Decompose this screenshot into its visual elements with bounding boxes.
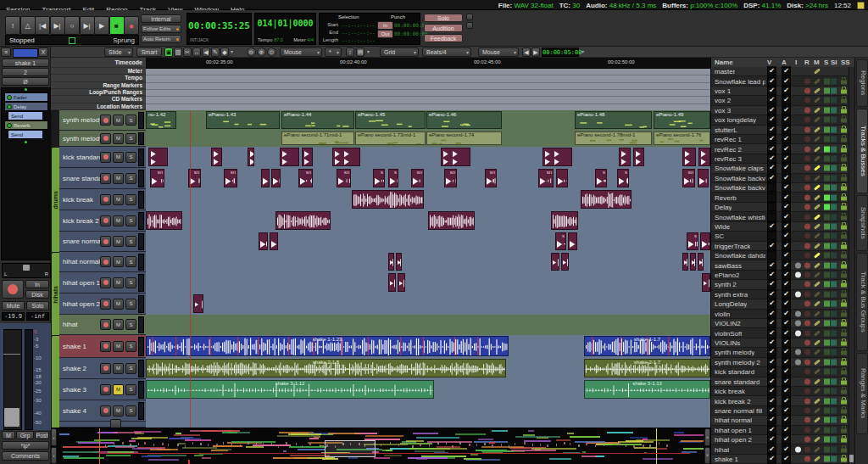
- solo-indicator[interactable]: [824, 349, 830, 355]
- solo-indicator[interactable]: [824, 88, 830, 94]
- solo-safe-lock-icon[interactable]: [841, 303, 847, 307]
- region-no-1.42[interactable]: no-1.42: [146, 111, 176, 129]
- solo-isolate-indicator[interactable]: [831, 291, 837, 297]
- solo-safe-lock-icon[interactable]: [841, 400, 847, 404]
- region[interactable]: [700, 232, 710, 250]
- active-checkbox[interactable]: ✔: [782, 125, 791, 134]
- panel-row-vox-longdelay[interactable]: vox longdelay✔✔: [711, 115, 849, 125]
- solo-indicator[interactable]: [824, 175, 830, 181]
- summary-scroll-left2[interactable]: ›: [51, 447, 57, 464]
- track-mute-button[interactable]: M: [113, 115, 124, 126]
- solo-safe-lock-icon[interactable]: [841, 448, 847, 452]
- processor-led[interactable]: [7, 123, 12, 128]
- solo-isolate-indicator[interactable]: [831, 194, 837, 200]
- track-record-button[interactable]: [100, 319, 111, 330]
- ruler-label-meter[interactable]: Meter: [51, 68, 146, 75]
- region[interactable]: [633, 148, 644, 166]
- region[interactable]: [270, 232, 278, 250]
- active-checkbox[interactable]: ✔: [782, 241, 791, 250]
- panel-row-ePiano2[interactable]: ePiano2✔✔: [711, 271, 849, 280]
- region[interactable]: [248, 148, 254, 166]
- solo-isolate-indicator[interactable]: [831, 398, 837, 404]
- region-s[interactable]: s: [617, 169, 629, 187]
- panel-row-triggerTrack[interactable]: triggerTrack✔✔: [711, 242, 849, 251]
- audition-button[interactable]: Audition: [424, 24, 463, 32]
- solo-safe-lock-icon[interactable]: [841, 264, 847, 268]
- solo-indicator[interactable]: [824, 253, 830, 259]
- track-record-button[interactable]: [100, 173, 111, 184]
- track-lane-kick-standard[interactable]: [146, 147, 710, 169]
- region[interactable]: [568, 232, 577, 250]
- region[interactable]: [619, 148, 631, 166]
- rec-indicator[interactable]: [804, 88, 810, 94]
- rec-indicator[interactable]: [804, 301, 810, 307]
- solo-isolate-indicator[interactable]: [831, 88, 837, 94]
- visible-checkbox[interactable]: ✔: [767, 260, 776, 270]
- visible-checkbox[interactable]: ✔: [767, 280, 776, 289]
- mute-indicator[interactable]: [814, 320, 821, 326]
- visible-checkbox[interactable]: ✔: [767, 76, 776, 86]
- solo-safe-lock-icon[interactable]: [841, 254, 847, 259]
- region[interactable]: [193, 294, 203, 313]
- track-header-synth-melody[interactable]: synth melodyMS: [59, 110, 146, 131]
- solo-indicator[interactable]: [824, 137, 830, 143]
- region-sn[interactable]: sn: [337, 169, 351, 187]
- track-mute-button[interactable]: M: [113, 299, 124, 310]
- solo-safe-lock-icon[interactable]: [841, 371, 847, 375]
- selection-end-value[interactable]: --:--:--:--: [342, 30, 376, 36]
- visible-checkbox[interactable]: [767, 183, 776, 193]
- processor-delay[interactable]: Delay: [4, 102, 48, 111]
- mute-indicator[interactable]: [814, 68, 821, 74]
- mute-indicator[interactable]: [814, 310, 821, 316]
- visible-checkbox[interactable]: [767, 203, 776, 212]
- visible-checkbox[interactable]: ✔: [767, 299, 776, 309]
- visible-checkbox[interactable]: ✔: [767, 96, 776, 105]
- solo-indicator[interactable]: [824, 437, 830, 443]
- rec-indicator[interactable]: [804, 233, 810, 239]
- rec-indicator[interactable]: [804, 194, 810, 200]
- selection-length-value[interactable]: --:--:--:--: [342, 37, 376, 43]
- mute-indicator[interactable]: [814, 136, 821, 142]
- region[interactable]: [146, 211, 182, 230]
- active-checkbox[interactable]: ✔: [782, 280, 791, 289]
- track-lane-hihat-normal[interactable]: [146, 252, 710, 273]
- active-checkbox[interactable]: ✔: [782, 212, 791, 221]
- rec-indicator[interactable]: [804, 175, 810, 181]
- active-checkbox[interactable]: ✔: [782, 144, 791, 154]
- panel-row-kick-standard[interactable]: kick standard✔✔: [711, 367, 849, 377]
- ruler-row-cd-markers[interactable]: [146, 97, 710, 103]
- nudge-backward-button[interactable]: ◀: [522, 48, 531, 57]
- mute-indicator[interactable]: [814, 126, 821, 132]
- range-tool-button[interactable]: ▥: [174, 48, 182, 57]
- mute-indicator[interactable]: [814, 427, 821, 433]
- solo-indicator[interactable]: [824, 291, 830, 297]
- mute-indicator[interactable]: [814, 107, 821, 113]
- region-ePiano-1.44[interactable]: ePiano-1.44: [281, 111, 354, 129]
- region[interactable]: [261, 169, 270, 187]
- region-s[interactable]: s: [373, 169, 385, 187]
- track-header-partial[interactable]: [59, 422, 146, 428]
- region-ePiano-second-1.76[interactable]: ePiano second-1.76: [654, 131, 710, 145]
- solo-indicator[interactable]: [824, 398, 830, 404]
- region-s[interactable]: s: [555, 232, 566, 250]
- panel-column-m[interactable]: M: [814, 59, 820, 66]
- solo-safe-lock-icon[interactable]: [841, 342, 847, 346]
- mixer-record-button[interactable]: [2, 280, 24, 299]
- track-solo-button[interactable]: S: [125, 405, 136, 416]
- solo-isolate-indicator[interactable]: [831, 233, 837, 239]
- visible-checkbox[interactable]: ✔: [767, 125, 776, 134]
- mute-indicator[interactable]: [814, 98, 821, 103]
- rec-indicator[interactable]: [804, 185, 810, 191]
- solo-safe-lock-icon[interactable]: [841, 167, 847, 171]
- nudge-forward-button[interactable]: ▶: [531, 48, 540, 57]
- active-checkbox[interactable]: ✔: [782, 405, 791, 415]
- edit-mode-select[interactable]: Slide: [104, 48, 133, 57]
- region-sn[interactable]: sn: [682, 169, 695, 187]
- solo-safe-lock-icon[interactable]: [841, 158, 847, 162]
- region-ePiano-second-1.71mid-1[interactable]: ePiano second-1.71mid-1: [281, 131, 354, 145]
- active-checkbox[interactable]: ✔: [782, 309, 791, 318]
- solo-safe-lock-icon[interactable]: [841, 458, 847, 462]
- gain-display[interactable]: -19.9: [2, 312, 25, 321]
- mute-indicator[interactable]: [814, 155, 821, 161]
- solo-button-strip[interactable]: Solo: [26, 301, 49, 310]
